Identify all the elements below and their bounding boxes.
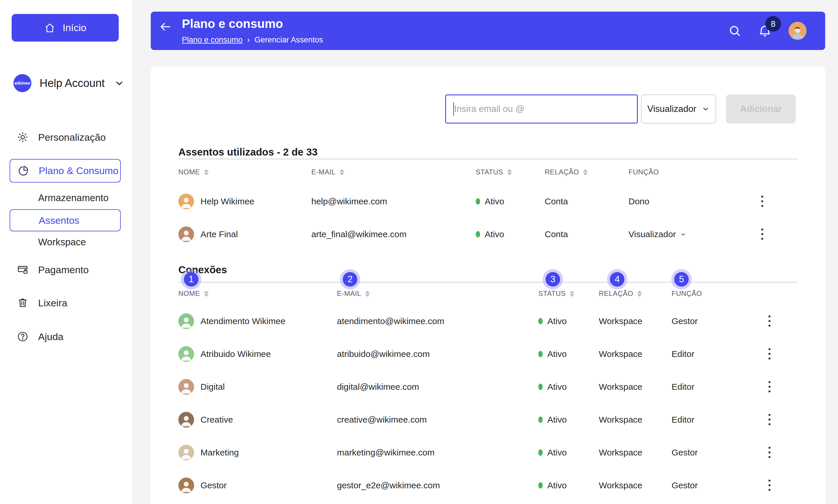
sidebar-item-label: Personalização bbox=[38, 132, 106, 143]
seats-section-title: Assentos utilizados - 2 de 33 bbox=[178, 145, 797, 159]
connections-section: Conexões 1 2 3 4 5 NOME E-MAIL STATUS RE… bbox=[178, 263, 797, 502]
tour-step-badge-5[interactable]: 5 bbox=[674, 272, 689, 287]
tour-step-badge-4[interactable]: 4 bbox=[610, 272, 625, 287]
kebab-menu-icon[interactable] bbox=[759, 194, 765, 209]
role-value: Dono bbox=[629, 197, 649, 206]
avatar bbox=[178, 227, 194, 242]
column-header-email[interactable]: E-MAIL bbox=[337, 289, 538, 298]
search-icon[interactable] bbox=[728, 24, 741, 37]
status-active-dot bbox=[538, 318, 543, 324]
notifications-bell-icon[interactable]: 8 bbox=[758, 23, 772, 38]
chevron-down-icon bbox=[114, 78, 124, 88]
relation-value: Workspace bbox=[599, 382, 671, 392]
text-caret bbox=[453, 102, 454, 116]
sidebar-subitem-workspace[interactable]: Workspace bbox=[38, 237, 86, 248]
member-name: Atendimento Wikimee bbox=[201, 316, 286, 326]
status-label: Ativo bbox=[547, 316, 567, 326]
invite-email-input[interactable] bbox=[445, 94, 638, 124]
content-card: Visualizador Adicionar Assentos utilizad… bbox=[151, 66, 825, 504]
status-label: Ativo bbox=[547, 382, 567, 392]
kebab-menu-icon[interactable] bbox=[767, 478, 772, 493]
column-header-email[interactable]: E-MAIL bbox=[311, 168, 476, 176]
breadcrumb-link[interactable]: Plano e consumo bbox=[182, 35, 243, 44]
status-label: Ativo bbox=[547, 415, 567, 425]
sidebar-item-label: Ajuda bbox=[38, 331, 64, 342]
avatar bbox=[178, 412, 194, 428]
account-switcher[interactable]: wikimee Help Account bbox=[13, 74, 124, 92]
home-button-label: Início bbox=[63, 22, 86, 33]
sort-icon bbox=[570, 291, 575, 297]
status-active-dot bbox=[538, 384, 543, 390]
sort-icon bbox=[340, 169, 344, 175]
sort-icon bbox=[637, 291, 642, 297]
column-header-status[interactable]: STATUS bbox=[476, 168, 545, 176]
tour-step-badge-2[interactable]: 2 bbox=[343, 272, 357, 287]
avatar bbox=[178, 194, 194, 209]
table-row: Atendimento Wikimee atendimento@wikimee.… bbox=[178, 305, 797, 338]
column-header-relacao[interactable]: RELAÇÃO bbox=[545, 168, 629, 176]
column-header-funcao: FUNÇÃO bbox=[671, 289, 767, 298]
table-row: Digital digital@wikimee.com Ativo Worksp… bbox=[178, 370, 797, 403]
table-row: Atribuido Wikimee atribuido@wikimee.com … bbox=[178, 338, 797, 370]
sidebar: Início wikimee Help Account Personalizaç… bbox=[0, 0, 132, 504]
role-value: Editor bbox=[671, 349, 694, 359]
role-selector-dropdown[interactable]: Visualizador bbox=[641, 94, 716, 124]
relation-value: Workspace bbox=[599, 316, 671, 326]
column-header-nome[interactable]: NOME bbox=[178, 168, 311, 176]
avatar bbox=[178, 313, 194, 329]
sidebar-item-lixeira[interactable]: Lixeira bbox=[0, 293, 132, 312]
relation-value: Workspace bbox=[599, 481, 671, 490]
help-icon bbox=[17, 331, 29, 342]
table-row: Creative creative@wikimee.com Ativo Work… bbox=[178, 403, 797, 436]
status-active-dot bbox=[538, 416, 543, 423]
chevron-down-icon bbox=[702, 105, 710, 113]
kebab-menu-icon[interactable] bbox=[767, 379, 772, 394]
sort-icon bbox=[204, 169, 209, 175]
relation-value: Workspace bbox=[599, 415, 671, 425]
member-email: gestor_e2e@wikimee.com bbox=[337, 481, 538, 490]
kebab-menu-icon[interactable] bbox=[767, 346, 772, 361]
breadcrumb-separator: › bbox=[247, 35, 250, 44]
member-email: marketing@wikimee.com bbox=[337, 448, 538, 457]
sidebar-item-label: Plano & Consumo bbox=[39, 165, 118, 176]
member-name: Gestor bbox=[201, 481, 227, 490]
status-active-dot bbox=[538, 482, 543, 489]
sidebar-item-label: Lixeira bbox=[38, 298, 67, 309]
sidebar-item-pagamento[interactable]: Pagamento bbox=[0, 260, 132, 279]
role-value: Visualizador bbox=[629, 229, 676, 239]
home-button[interactable]: Início bbox=[12, 14, 119, 41]
table-row: Arte Final arte_final@wikimee.com Ativo … bbox=[178, 218, 797, 251]
status-label: Ativo bbox=[485, 197, 504, 206]
gear-icon bbox=[17, 131, 29, 143]
breadcrumb-current: Gerenciar Assentos bbox=[255, 35, 323, 44]
user-avatar[interactable] bbox=[788, 22, 807, 40]
avatar bbox=[178, 379, 194, 395]
kebab-menu-icon[interactable] bbox=[767, 412, 772, 427]
connections-section-title: Conexões bbox=[178, 263, 797, 276]
sidebar-item-plano-consumo[interactable]: Plano & Consumo bbox=[10, 159, 121, 182]
breadcrumb: Plano e consumo › Gerenciar Assentos bbox=[182, 35, 323, 44]
kebab-menu-icon[interactable] bbox=[759, 227, 765, 241]
sidebar-subitem-assentos[interactable]: Assentos bbox=[10, 209, 121, 231]
back-arrow-icon[interactable] bbox=[159, 20, 172, 33]
role-dropdown[interactable]: Visualizador bbox=[629, 229, 686, 239]
sort-icon bbox=[204, 291, 209, 297]
kebab-menu-icon[interactable] bbox=[767, 313, 772, 328]
home-icon bbox=[44, 22, 55, 34]
member-name: Digital bbox=[201, 382, 225, 392]
sort-icon bbox=[583, 169, 588, 175]
sidebar-item-ajuda[interactable]: Ajuda bbox=[0, 327, 132, 346]
tour-step-badge-1[interactable]: 1 bbox=[184, 272, 199, 287]
column-header-funcao: FUNÇÃO bbox=[629, 168, 759, 176]
sidebar-item-personalizacao[interactable]: Personalização bbox=[0, 128, 132, 146]
tour-step-badge-3[interactable]: 3 bbox=[546, 272, 560, 287]
add-seat-button[interactable]: Adicionar bbox=[726, 94, 796, 124]
kebab-menu-icon[interactable] bbox=[767, 445, 772, 460]
column-header-status[interactable]: STATUS bbox=[538, 289, 599, 298]
column-header-nome[interactable]: NOME bbox=[178, 289, 337, 298]
status-active-dot bbox=[538, 449, 543, 456]
column-header-relacao[interactable]: RELAÇÃO bbox=[599, 289, 671, 298]
page-header: Plano e consumo Plano e consumo › Gerenc… bbox=[151, 12, 825, 50]
seats-table-header: NOME E-MAIL STATUS RELAÇÃO FUNÇÃO bbox=[178, 159, 797, 185]
sidebar-subitem-armazenamento[interactable]: Armazenamento bbox=[38, 193, 108, 203]
